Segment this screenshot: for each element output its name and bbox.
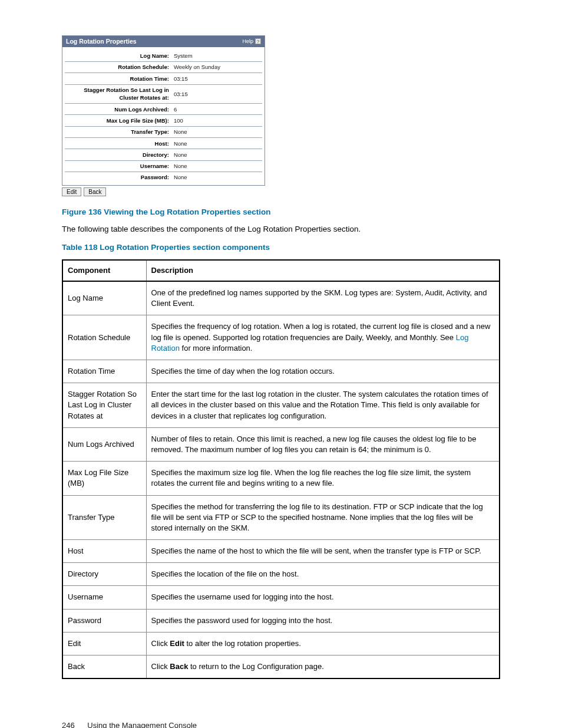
table-row: Log NameOne of the predefined log names …	[62, 281, 500, 315]
property-row: Password:None	[65, 172, 262, 183]
property-value: None	[171, 160, 262, 172]
section-title: Using the Management Console	[87, 721, 197, 728]
property-label: Password:	[65, 172, 171, 183]
cell-description: Enter the start time for the last log ro…	[146, 383, 500, 428]
table-row: Max Log File Size (MB)Specifies the maxi…	[62, 462, 500, 495]
table-row: Transfer TypeSpecifies the method for tr…	[62, 495, 500, 540]
cell-component: Directory	[62, 563, 146, 586]
cell-description: Specifies the method for transferring th…	[146, 495, 500, 540]
property-label: Rotation Time:	[65, 73, 171, 84]
cell-component: Max Log File Size (MB)	[62, 462, 146, 495]
cell-description: Specifies the location of the file on th…	[146, 563, 500, 586]
inline-bold: Back	[170, 662, 188, 671]
cell-component: Stagger Rotation So Last Log in Cluster …	[62, 383, 146, 428]
cell-description: Specifies the password used for logging …	[146, 609, 500, 632]
cell-description: One of the predefined log names supporte…	[146, 281, 500, 315]
panel-body: Log Name:SystemRotation Schedule:Weekly …	[62, 47, 265, 186]
panel-header: Log Rotation Properties Help ?	[62, 36, 265, 47]
property-label: Host:	[65, 138, 171, 149]
property-row: Num Logs Archived:6	[65, 104, 262, 115]
table-row: EditClick Edit to alter the log rotation…	[62, 632, 500, 655]
property-value: None	[171, 138, 262, 149]
page-number: 246	[62, 721, 75, 728]
cell-component: Transfer Type	[62, 495, 146, 540]
properties-table: Log Name:SystemRotation Schedule:Weekly …	[65, 51, 262, 183]
cell-description: Specifies the username used for logging …	[146, 586, 500, 609]
property-row: Directory:None	[65, 149, 262, 160]
help-icon: ?	[255, 38, 261, 44]
property-row: Transfer Type:None	[65, 126, 262, 137]
edit-button[interactable]: Edit	[62, 187, 81, 196]
inline-link[interactable]: Log Rotation	[151, 333, 469, 353]
th-description: Description	[146, 260, 500, 281]
property-label: Transfer Type:	[65, 126, 171, 137]
cell-component: Rotation Schedule	[62, 315, 146, 360]
back-button[interactable]: Back	[84, 187, 106, 196]
table-row: BackClick Back to return to the Log Conf…	[62, 655, 500, 679]
cell-description: Specifies the name of the host to which …	[146, 540, 500, 563]
property-label: Max Log File Size (MB):	[65, 115, 171, 126]
table-row: UsernameSpecifies the username used for …	[62, 586, 500, 609]
help-label: Help	[242, 38, 253, 45]
cell-description: Number of files to retain. Once this lim…	[146, 427, 500, 461]
property-value: 03:15	[171, 73, 262, 84]
property-value: 03:15	[171, 84, 262, 104]
figure-caption: Figure 136 Viewing the Log Rotation Prop…	[62, 207, 500, 218]
cell-component: Edit	[62, 632, 146, 655]
property-label: Rotation Schedule:	[65, 61, 171, 73]
cell-description: Specifies the frequency of log rotation.…	[146, 315, 500, 360]
property-label: Log Name:	[65, 51, 171, 62]
property-label: Directory:	[65, 149, 171, 160]
table-row: HostSpecifies the name of the host to wh…	[62, 540, 500, 563]
cell-component: Back	[62, 655, 146, 679]
property-row: Max Log File Size (MB):100	[65, 115, 262, 126]
cell-description: Click Edit to alter the log rotation pro…	[146, 632, 500, 655]
property-row: Rotation Schedule:Weekly on Sunday	[65, 61, 262, 73]
property-label: Num Logs Archived:	[65, 104, 171, 115]
property-value: Weekly on Sunday	[171, 61, 262, 73]
cell-description: Specifies the maximum size log file. Whe…	[146, 462, 500, 495]
components-table: Component Description Log NameOne of the…	[62, 259, 500, 679]
property-value: None	[171, 149, 262, 160]
cell-component: Rotation Time	[62, 360, 146, 383]
page-footer: 246 Using the Management Console	[62, 720, 500, 728]
table-row: Stagger Rotation So Last Log in Cluster …	[62, 383, 500, 428]
table-row: Num Logs ArchivedNumber of files to reta…	[62, 427, 500, 461]
cell-component: Log Name	[62, 281, 146, 315]
cell-component: Username	[62, 586, 146, 609]
property-row: Username:None	[65, 160, 262, 172]
cell-component: Host	[62, 540, 146, 563]
property-row: Stagger Rotation So Last Log in Cluster …	[65, 84, 262, 104]
cell-description: Click Back to return to the Log Configur…	[146, 655, 500, 679]
property-value: 6	[171, 104, 262, 115]
inline-bold: Edit	[170, 639, 184, 648]
th-component: Component	[62, 260, 146, 281]
table-caption: Table 118 Log Rotation Properties sectio…	[62, 242, 500, 253]
property-label: Stagger Rotation So Last Log in Cluster …	[65, 84, 171, 104]
intro-text: The following table describes the compon…	[62, 224, 500, 235]
help-link[interactable]: Help ?	[242, 38, 261, 45]
table-row: Rotation ScheduleSpecifies the frequency…	[62, 315, 500, 360]
property-value: None	[171, 172, 262, 183]
property-row: Log Name:System	[65, 51, 262, 62]
table-row: DirectorySpecifies the location of the f…	[62, 563, 500, 586]
cell-description: Specifies the time of day when the log r…	[146, 360, 500, 383]
log-rotation-properties-panel: Log Rotation Properties Help ? Log Name:…	[62, 35, 265, 186]
table-row: Rotation TimeSpecifies the time of day w…	[62, 360, 500, 383]
panel-button-row: Edit Back	[62, 187, 500, 196]
table-row: PasswordSpecifies the password used for …	[62, 609, 500, 632]
property-row: Rotation Time:03:15	[65, 73, 262, 84]
property-value: 100	[171, 115, 262, 126]
property-value: System	[171, 51, 262, 62]
cell-component: Password	[62, 609, 146, 632]
property-value: None	[171, 126, 262, 137]
property-label: Username:	[65, 160, 171, 172]
property-row: Host:None	[65, 138, 262, 149]
cell-component: Num Logs Archived	[62, 427, 146, 461]
panel-title: Log Rotation Properties	[66, 37, 137, 46]
